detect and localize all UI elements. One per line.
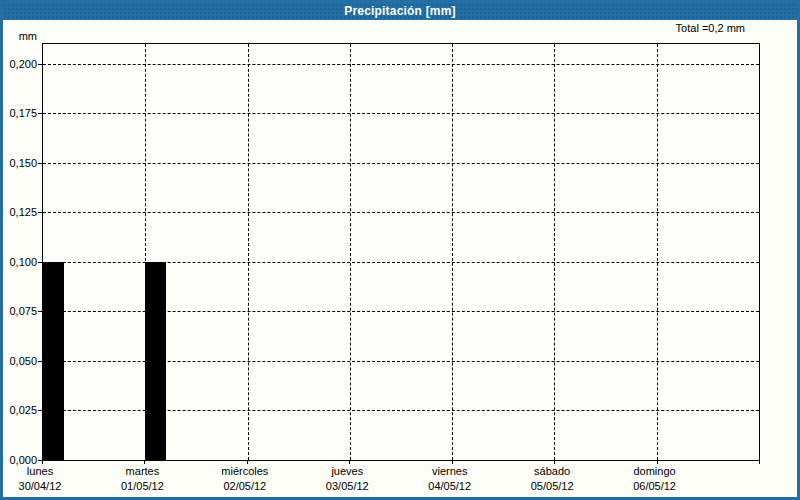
h-gridline	[43, 163, 759, 164]
day-name-label: martes	[87, 464, 197, 479]
h-gridline	[43, 212, 759, 213]
precipitation-bar	[145, 262, 166, 460]
x-tick-label: sábado05/05/12	[497, 464, 607, 494]
y-tick-label: 0,150	[9, 156, 37, 170]
y-tick-label: 0,000	[9, 453, 37, 467]
plot-inner	[43, 44, 759, 460]
day-name-label: sábado	[497, 464, 607, 479]
day-name-label: jueves	[292, 464, 402, 479]
day-date-label: 04/05/12	[395, 479, 505, 494]
v-gridline	[248, 44, 249, 460]
day-name-label: miércoles	[190, 464, 300, 479]
precipitation-chart-window: Precipitación [mm] Total =0,2 mm mm 0,00…	[0, 0, 800, 500]
x-axis-tick	[554, 461, 555, 464]
x-axis-tick	[349, 461, 350, 464]
day-name-label: viernes	[395, 464, 505, 479]
x-axis-tick	[657, 461, 658, 464]
chart-title: Precipitación [mm]	[344, 4, 456, 18]
plot-area	[42, 43, 760, 461]
day-date-label: 30/04/12	[0, 479, 95, 494]
y-tick-label: 0,200	[9, 57, 37, 71]
y-tick-label: 0,075	[9, 304, 37, 318]
x-axis-tick	[144, 461, 145, 464]
v-gridline	[657, 44, 658, 460]
v-gridline	[554, 44, 555, 460]
v-gridline	[350, 44, 351, 460]
x-axis-tick	[452, 461, 453, 464]
x-tick-label: lunes30/04/12	[0, 464, 95, 494]
title-bar: Precipitación [mm]	[3, 3, 797, 20]
day-date-label: 05/05/12	[497, 479, 607, 494]
x-axis-tick	[759, 461, 760, 464]
total-label: Total =0,2 mm	[676, 22, 745, 34]
day-date-label: 03/05/12	[292, 479, 402, 494]
day-name-label: domingo	[600, 464, 710, 479]
x-tick-label: jueves03/05/12	[292, 464, 402, 494]
precipitation-bar	[43, 262, 64, 460]
h-gridline	[43, 113, 759, 114]
day-date-label: 06/05/12	[600, 479, 710, 494]
v-gridline	[452, 44, 453, 460]
x-tick-label: viernes04/05/12	[395, 464, 505, 494]
h-gridline	[43, 64, 759, 65]
x-axis-tick	[42, 461, 43, 464]
y-tick-label: 0,100	[9, 255, 37, 269]
x-tick-label: domingo06/05/12	[600, 464, 710, 494]
y-tick-label: 0,125	[9, 205, 37, 219]
day-date-label: 02/05/12	[190, 479, 300, 494]
day-name-label: lunes	[0, 464, 95, 479]
y-tick-label: 0,175	[9, 106, 37, 120]
x-tick-label: miércoles02/05/12	[190, 464, 300, 494]
day-date-label: 01/05/12	[87, 479, 197, 494]
y-axis-unit-label: mm	[19, 29, 37, 43]
y-tick-label: 0,050	[9, 354, 37, 368]
x-tick-label: martes01/05/12	[87, 464, 197, 494]
x-axis-tick	[247, 461, 248, 464]
y-tick-label: 0,025	[9, 403, 37, 417]
